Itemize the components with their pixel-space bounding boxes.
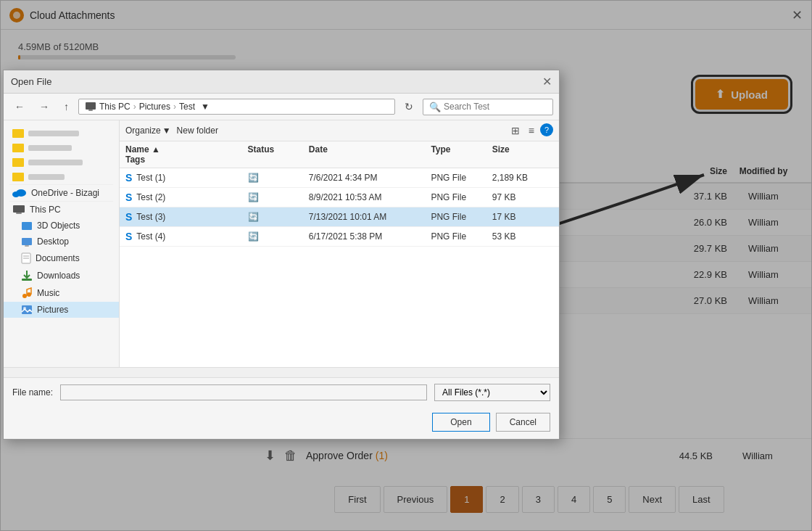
- svg-rect-2: [86, 102, 96, 110]
- view-help-button[interactable]: ?: [540, 123, 553, 136]
- folder-icon: [12, 129, 24, 138]
- organize-dropdown-icon: ▼: [162, 125, 171, 136]
- file-name-3: S Test (3): [125, 211, 248, 223]
- documents-icon: [21, 252, 31, 264]
- breadcrumb-sep-2: ›: [173, 102, 176, 112]
- view-buttons: ⊞ ≡ ?: [508, 123, 553, 138]
- onedrive-label: OneDrive - Bizagi: [31, 188, 99, 198]
- svg-point-5: [16, 189, 26, 197]
- right-panel: Organize ▼ New folder ⊞ ≡ ? Name ▲ Statu…: [120, 120, 559, 367]
- file-type-1: PNG File: [431, 173, 492, 183]
- file-row-4[interactable]: S Test (4) 🔄 6/17/2021 5:38 PM PNG File …: [120, 227, 559, 247]
- organize-button[interactable]: Organize ▼: [125, 125, 171, 136]
- folder-icon: [12, 144, 24, 152]
- organize-label: Organize: [125, 125, 161, 136]
- breadcrumb-pictures[interactable]: Pictures: [139, 102, 170, 112]
- left-panel-blurred-1[interactable]: [4, 126, 119, 141]
- svg-rect-6: [13, 205, 25, 213]
- breadcrumb-dropdown-icon[interactable]: ▼: [201, 102, 210, 112]
- refresh-button[interactable]: ↻: [399, 98, 418, 115]
- svg-rect-3: [88, 110, 93, 111]
- file-status-2: 🔄: [248, 192, 309, 202]
- cancel-button[interactable]: Cancel: [496, 413, 550, 432]
- filename-label: File name:: [12, 387, 53, 398]
- left-panel-desktop[interactable]: Desktop: [4, 234, 119, 250]
- file-list-header: Name ▲ Status Date Type Size Tags: [120, 141, 559, 168]
- dialog-close-button[interactable]: ✕: [542, 75, 552, 88]
- grid-view-button[interactable]: ⊞: [508, 123, 523, 138]
- this-pc-icon: [12, 205, 25, 215]
- file-row-2[interactable]: S Test (2) 🔄 8/9/2021 10:53 AM PNG File …: [120, 188, 559, 207]
- computer-icon: [85, 102, 96, 112]
- left-panel-blurred-3[interactable]: [4, 155, 119, 170]
- col-date-header: Date: [309, 144, 431, 155]
- filetype-select[interactable]: All Files (*.*): [434, 384, 550, 401]
- file-type-4: PNG File: [431, 231, 492, 242]
- left-panel-pictures[interactable]: Pictures: [4, 302, 119, 318]
- up-button[interactable]: ↑: [59, 98, 74, 115]
- open-button[interactable]: Open: [432, 413, 489, 432]
- breadcrumb-sep-1: ›: [133, 102, 136, 112]
- svg-rect-7: [16, 213, 22, 214]
- breadcrumb-this-pc[interactable]: This PC: [99, 102, 130, 112]
- left-panel-blurred-2[interactable]: [4, 141, 119, 155]
- col-tags-header: Tags: [125, 155, 248, 165]
- left-panel-blurred-4[interactable]: [4, 170, 119, 184]
- music-icon: [21, 287, 33, 299]
- file-size-3: 17 KB: [492, 212, 553, 222]
- dialog-toolbar: ← → ↑ This PC › Pictures › Test ▼ ↻ 🔍: [4, 94, 559, 120]
- svg-rect-8: [22, 222, 32, 230]
- search-box[interactable]: 🔍: [423, 99, 553, 115]
- this-pc-label: This PC: [30, 205, 61, 215]
- dialog-action-buttons: Open Cancel: [4, 413, 559, 439]
- col-type-header: Type: [431, 144, 492, 155]
- file-dialog: Open File ✕ ← → ↑ This PC › Pictures › T…: [3, 70, 560, 440]
- dialog-bottom: File name: All Files (*.*): [4, 377, 559, 407]
- new-folder-button[interactable]: New folder: [177, 125, 218, 136]
- details-view-button[interactable]: ≡: [526, 123, 537, 138]
- right-panel-toolbar: Organize ▼ New folder ⊞ ≡ ?: [120, 120, 559, 141]
- file-type-3: PNG File: [431, 212, 492, 222]
- dialog-titlebar: Open File ✕: [4, 70, 559, 94]
- back-button[interactable]: ←: [9, 98, 30, 115]
- filename-input[interactable]: [60, 384, 427, 400]
- music-label: Music: [37, 288, 59, 298]
- forward-button[interactable]: →: [34, 98, 54, 115]
- left-panel-3d-objects[interactable]: 3D Objects: [4, 218, 119, 234]
- breadcrumb-bar[interactable]: This PC › Pictures › Test ▼: [78, 99, 395, 115]
- documents-label: Documents: [36, 253, 80, 263]
- left-panel-music[interactable]: Music: [4, 284, 119, 302]
- 3d-objects-label: 3D Objects: [37, 221, 80, 231]
- folder-icon: [12, 173, 24, 181]
- file-row-3[interactable]: S Test (3) 🔄 7/13/2021 10:01 AM PNG File…: [120, 207, 559, 227]
- file-size-2: 97 KB: [492, 192, 553, 202]
- file-date-2: 8/9/2021 10:53 AM: [309, 192, 431, 202]
- svg-point-16: [27, 292, 31, 297]
- file-name-2: S Test (2): [125, 192, 248, 203]
- blurred-label-1: [28, 131, 79, 136]
- left-panel: OneDrive - Bizagi This PC 3D Objects: [4, 120, 120, 367]
- file-icon-4: S: [125, 231, 132, 242]
- svg-rect-9: [22, 238, 32, 245]
- left-panel-this-pc[interactable]: This PC: [4, 202, 119, 218]
- col-name-header: Name ▲: [125, 144, 248, 155]
- left-panel-documents[interactable]: Documents: [4, 250, 119, 267]
- left-panel-onedrive[interactable]: OneDrive - Bizagi: [4, 185, 119, 201]
- file-row-1[interactable]: S Test (1) 🔄 7/6/2021 4:34 PM PNG File 2…: [120, 168, 559, 188]
- downloads-label: Downloads: [37, 271, 80, 281]
- col-status-header: Status: [248, 144, 309, 155]
- file-date-3: 7/13/2021 10:01 AM: [309, 212, 431, 222]
- file-type-2: PNG File: [431, 192, 492, 202]
- search-input[interactable]: [444, 102, 547, 112]
- file-icon-1: S: [125, 172, 132, 184]
- desktop-label: Desktop: [37, 236, 69, 247]
- horizontal-scrollbar[interactable]: [4, 367, 559, 377]
- file-date-4: 6/17/2021 5:38 PM: [309, 231, 431, 242]
- dialog-title: Open File: [11, 76, 51, 87]
- breadcrumb-test[interactable]: Test: [179, 102, 195, 112]
- file-size-4: 53 KB: [492, 231, 553, 242]
- left-panel-downloads[interactable]: Downloads: [4, 267, 119, 284]
- pictures-icon: [21, 305, 33, 315]
- file-status-3: 🔄: [248, 212, 309, 222]
- file-icon-2: S: [125, 192, 132, 203]
